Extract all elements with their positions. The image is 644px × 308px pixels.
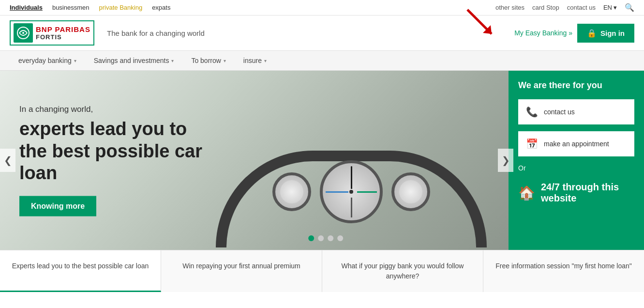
gauge-left — [272, 172, 311, 211]
nav-everyday-banking[interactable]: everyday banking ▾ — [10, 51, 85, 70]
gauge-center — [320, 160, 383, 223]
header-right: My Easy Banking 🔒 Sign in — [514, 24, 634, 43]
panel-title: We are there for you — [518, 80, 634, 91]
bottom-card-1[interactable]: Experts lead you to the best possible ca… — [0, 250, 161, 292]
gauges-row — [272, 160, 430, 223]
my-easy-banking-link[interactable]: My Easy Banking — [514, 29, 572, 37]
top-bar: Individuals businessmen private Banking … — [0, 0, 644, 15]
bottom-card-2[interactable]: Win repaying your first annual premium — [161, 250, 322, 292]
top-bar-left: Individuals businessmen private Banking … — [10, 4, 170, 11]
carousel-dot-1[interactable] — [308, 235, 314, 241]
bottom-card-4[interactable]: Free information session "my first home … — [483, 250, 644, 292]
phone-icon: 📞 — [526, 106, 538, 118]
header: BNP PARIBAS FORTIS The bank for a changi… — [0, 15, 644, 51]
bottom-card-1-text: Experts lead you to the best possible ca… — [12, 262, 149, 270]
bottom-card-3-text: What if your piggy bank you would follow… — [342, 262, 464, 280]
header-left: BNP PARIBAS FORTIS The bank for a changi… — [10, 20, 205, 46]
bottom-cards: Experts lead you to the best possible ca… — [0, 250, 644, 292]
bottom-card-3[interactable]: What if your piggy bank you would follow… — [322, 250, 483, 292]
search-icon[interactable]: 🔍 — [625, 3, 634, 12]
gauge-left-inner — [280, 180, 303, 203]
top-nav-private-banking[interactable]: private Banking — [99, 4, 143, 11]
other-sites-link[interactable]: other sites — [495, 4, 524, 11]
chevron-down-icon: ▾ — [264, 58, 267, 63]
knowing-more-button[interactable]: Knowing more — [19, 196, 96, 216]
bnp-paribas-text: BNP PARIBAS — [36, 25, 90, 33]
nav-insure-label: insure — [243, 57, 262, 64]
panel-or-label: Or — [518, 164, 634, 172]
appointment-label: make an appointment — [544, 140, 609, 148]
carousel-dot-2[interactable] — [318, 235, 324, 241]
compass-center-dot — [349, 190, 353, 194]
compass-south — [351, 198, 352, 217]
fortis-text: FORTIS — [36, 33, 90, 41]
lang-selector[interactable]: EN ▾ — [603, 4, 617, 11]
sign-in-button[interactable]: 🔒 Sign in — [577, 24, 634, 43]
card-stop-link[interactable]: card Stop — [532, 4, 559, 11]
carousel-prev-button[interactable]: ❮ — [0, 149, 15, 172]
hero-subtitle: In a changing world, — [19, 105, 213, 114]
panel-website: 🏠 24/7 through this website — [518, 182, 634, 204]
dashboard-illustration — [194, 71, 509, 250]
chevron-down-icon: ▾ — [74, 58, 76, 63]
make-appointment-button[interactable]: 📅 make an appointment — [518, 131, 634, 156]
logo-icon — [14, 23, 33, 43]
carousel-dots — [308, 235, 343, 241]
gauge-right-inner — [399, 180, 422, 203]
sign-in-label: Sign in — [600, 29, 625, 37]
chevron-down-icon: ▾ — [224, 58, 226, 63]
hero-content: In a changing world, experts lead you to… — [19, 105, 213, 216]
top-nav-expats[interactable]: expats — [152, 4, 170, 11]
lang-chevron-icon: ▾ — [614, 4, 617, 11]
nav-savings[interactable]: Savings and investments ▾ — [85, 51, 183, 70]
gauge-right — [391, 172, 430, 211]
nav-insure[interactable]: insure ▾ — [235, 51, 275, 70]
nav-bar: everyday banking ▾ Savings and investmen… — [0, 51, 644, 71]
lang-label: EN — [603, 4, 612, 11]
hero-section: In a changing world, experts lead you to… — [0, 71, 644, 250]
compass-east — [357, 191, 377, 193]
contact-us-label: contact us — [544, 108, 575, 116]
logo-text: BNP PARIBAS FORTIS — [36, 25, 90, 41]
calendar-icon: 📅 — [526, 138, 538, 150]
carousel-next-button[interactable]: ❯ — [498, 149, 513, 172]
nav-everyday-label: everyday banking — [18, 57, 72, 64]
contact-us-button[interactable]: 📞 contact us — [518, 99, 634, 124]
top-nav-individuals[interactable]: Individuals — [10, 4, 43, 11]
top-nav-businessmen[interactable]: businessmen — [52, 4, 90, 11]
right-panel: We are there for you 📞 contact us 📅 make… — [509, 71, 644, 250]
nav-borrow[interactable]: To borrow ▾ — [182, 51, 234, 70]
contact-us-top-link[interactable]: contact us — [567, 4, 596, 11]
chevron-down-icon: ▾ — [171, 58, 174, 63]
carousel-dot-3[interactable] — [328, 235, 333, 241]
svg-marker-3 — [483, 25, 492, 34]
hero-title: experts lead you to the best possible ca… — [19, 118, 213, 185]
nav-borrow-label: To borrow — [191, 57, 221, 64]
top-bar-right: other sites card Stop contact us EN ▾ 🔍 — [495, 3, 634, 12]
tagline: The bank for a changing world — [107, 29, 205, 37]
svg-point-1 — [22, 32, 24, 34]
dashboard-inner — [216, 83, 487, 238]
lock-icon: 🔒 — [587, 29, 597, 38]
compass-north — [351, 166, 352, 189]
bottom-card-2-text: Win repaying your first annual premium — [182, 262, 300, 270]
logo-box: BNP PARIBAS FORTIS — [10, 20, 94, 46]
compass-west — [326, 191, 348, 193]
nav-savings-label: Savings and investments — [94, 57, 169, 64]
home-icon: 🏠 — [518, 185, 535, 201]
carousel-dot-4[interactable] — [337, 235, 343, 241]
bottom-card-4-text: Free information session "my first home … — [495, 262, 632, 270]
website-label: 24/7 through this website — [541, 182, 634, 204]
